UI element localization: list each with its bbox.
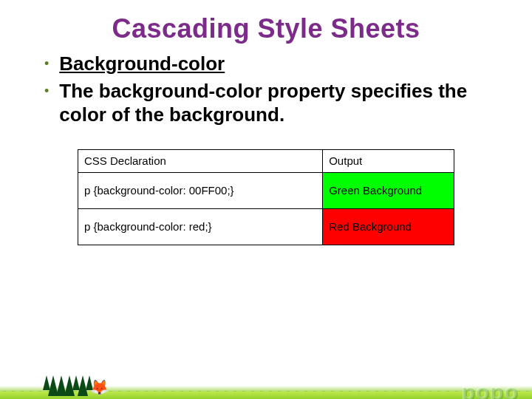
slide-title: Cascading Style Sheets [0,13,532,44]
bullet-text: The background-color property specifies … [59,79,495,127]
trees-icon [43,375,91,396]
header-output: Output [323,149,454,172]
list-item: • Background-color [44,52,495,76]
bullet-dot-icon: • [44,79,49,103]
table-row: p {background-color: red;} Red Backgroun… [78,208,454,245]
fox-icon: 🦊 [90,380,109,395]
bullet-list: • Background-color • The background-colo… [44,52,495,127]
css-table: CSS Declaration Output p {background-col… [78,149,454,245]
grass-edge [0,386,532,393]
example-table: CSS Declaration Output p {background-col… [78,149,454,245]
bullet-text: Background-color [59,52,225,76]
watermark-text: popo [462,380,519,399]
table-row: p {background-color: 00FF00;} Green Back… [78,172,454,208]
footer-scenery: 🦊 popo [0,353,532,399]
cell-output-red: Red Background [323,208,454,245]
slide: Cascading Style Sheets • Background-colo… [0,13,532,399]
grass-strip [0,392,532,399]
list-item: • The background-color property specifie… [44,79,495,127]
cell-declaration: p {background-color: red;} [78,208,323,245]
header-declaration: CSS Declaration [78,149,323,172]
bullet-dot-icon: • [44,52,49,75]
cell-output-green: Green Background [323,172,454,208]
table-header-row: CSS Declaration Output [78,149,454,172]
cell-declaration: p {background-color: 00FF00;} [78,172,323,208]
